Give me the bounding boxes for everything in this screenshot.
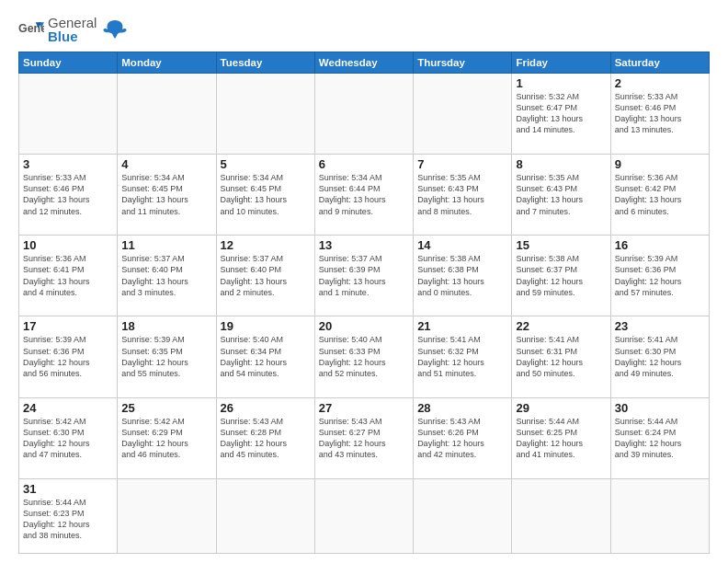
day-info: Sunrise: 5:42 AM Sunset: 6:30 PM Dayligh…: [23, 416, 113, 461]
day-info: Sunrise: 5:37 AM Sunset: 6:40 PM Dayligh…: [121, 253, 211, 298]
day-info: Sunrise: 5:37 AM Sunset: 6:39 PM Dayligh…: [319, 253, 409, 298]
day-info: Sunrise: 5:35 AM Sunset: 6:43 PM Dayligh…: [417, 172, 507, 217]
logo: General General Blue: [18, 15, 130, 44]
calendar-cell: [216, 74, 314, 155]
calendar-week-row: 31Sunrise: 5:44 AM Sunset: 6:23 PM Dayli…: [19, 478, 710, 553]
calendar-cell: 27Sunrise: 5:43 AM Sunset: 6:27 PM Dayli…: [314, 397, 413, 478]
day-number: 26: [221, 401, 311, 415]
day-number: 20: [319, 319, 409, 333]
day-number: 11: [121, 238, 211, 252]
day-info: Sunrise: 5:44 AM Sunset: 6:25 PM Dayligh…: [516, 416, 606, 461]
day-number: 17: [23, 319, 113, 333]
day-number: 27: [319, 401, 409, 415]
calendar-week-row: 1Sunrise: 5:32 AM Sunset: 6:47 PM Daylig…: [19, 74, 710, 155]
day-number: 9: [615, 157, 705, 171]
calendar-cell: 31Sunrise: 5:44 AM Sunset: 6:23 PM Dayli…: [19, 478, 118, 553]
calendar-cell: 28Sunrise: 5:43 AM Sunset: 6:26 PM Dayli…: [414, 397, 512, 478]
day-number: 3: [23, 157, 113, 171]
day-number: 10: [23, 238, 113, 252]
day-info: Sunrise: 5:32 AM Sunset: 6:47 PM Dayligh…: [516, 91, 606, 136]
day-info: Sunrise: 5:33 AM Sunset: 6:46 PM Dayligh…: [615, 91, 705, 136]
calendar-cell: [610, 478, 709, 553]
page-header: General General Blue: [18, 15, 710, 44]
calendar-week-row: 24Sunrise: 5:42 AM Sunset: 6:30 PM Dayli…: [19, 397, 710, 478]
day-info: Sunrise: 5:41 AM Sunset: 6:31 PM Dayligh…: [516, 334, 606, 379]
calendar-cell: 6Sunrise: 5:34 AM Sunset: 6:44 PM Daylig…: [314, 155, 413, 236]
calendar-cell: 21Sunrise: 5:41 AM Sunset: 6:32 PM Dayli…: [414, 316, 512, 397]
weekday-header-saturday: Saturday: [610, 52, 709, 74]
day-number: 8: [516, 157, 606, 171]
day-number: 19: [221, 319, 311, 333]
calendar-cell: [414, 74, 512, 155]
calendar-cell: [512, 478, 610, 553]
calendar-cell: 22Sunrise: 5:41 AM Sunset: 6:31 PM Dayli…: [512, 316, 610, 397]
day-number: 2: [615, 76, 705, 90]
weekday-header-thursday: Thursday: [414, 52, 512, 74]
day-info: Sunrise: 5:43 AM Sunset: 6:28 PM Dayligh…: [221, 416, 311, 461]
weekday-header-tuesday: Tuesday: [216, 52, 314, 74]
day-info: Sunrise: 5:34 AM Sunset: 6:45 PM Dayligh…: [221, 172, 311, 217]
calendar-cell: [19, 74, 118, 155]
calendar-cell: 29Sunrise: 5:44 AM Sunset: 6:25 PM Dayli…: [512, 397, 610, 478]
calendar-cell: 7Sunrise: 5:35 AM Sunset: 6:43 PM Daylig…: [414, 155, 512, 236]
calendar-cell: 13Sunrise: 5:37 AM Sunset: 6:39 PM Dayli…: [314, 236, 413, 316]
calendar-cell: 8Sunrise: 5:35 AM Sunset: 6:43 PM Daylig…: [512, 155, 610, 236]
day-number: 14: [417, 238, 507, 252]
calendar-cell: 24Sunrise: 5:42 AM Sunset: 6:30 PM Dayli…: [19, 397, 118, 478]
day-number: 22: [516, 319, 606, 333]
day-info: Sunrise: 5:38 AM Sunset: 6:37 PM Dayligh…: [516, 253, 606, 298]
calendar-header-row: SundayMondayTuesdayWednesdayThursdayFrid…: [19, 52, 710, 74]
logo-bird-icon: [100, 15, 130, 44]
calendar-cell: 25Sunrise: 5:42 AM Sunset: 6:29 PM Dayli…: [118, 397, 216, 478]
day-info: Sunrise: 5:38 AM Sunset: 6:38 PM Dayligh…: [417, 253, 507, 298]
day-info: Sunrise: 5:40 AM Sunset: 6:33 PM Dayligh…: [319, 334, 409, 379]
calendar-cell: [118, 478, 216, 553]
calendar-cell: 4Sunrise: 5:34 AM Sunset: 6:45 PM Daylig…: [118, 155, 216, 236]
day-info: Sunrise: 5:35 AM Sunset: 6:43 PM Dayligh…: [516, 172, 606, 217]
day-number: 16: [615, 238, 705, 252]
calendar-cell: 17Sunrise: 5:39 AM Sunset: 6:36 PM Dayli…: [19, 316, 118, 397]
calendar-cell: 10Sunrise: 5:36 AM Sunset: 6:41 PM Dayli…: [19, 236, 118, 316]
calendar-cell: 9Sunrise: 5:36 AM Sunset: 6:42 PM Daylig…: [610, 155, 709, 236]
day-number: 12: [221, 238, 311, 252]
calendar-cell: 3Sunrise: 5:33 AM Sunset: 6:46 PM Daylig…: [19, 155, 118, 236]
day-info: Sunrise: 5:41 AM Sunset: 6:32 PM Dayligh…: [417, 334, 507, 379]
day-number: 18: [121, 319, 211, 333]
calendar-cell: 14Sunrise: 5:38 AM Sunset: 6:38 PM Dayli…: [414, 236, 512, 316]
calendar-week-row: 3Sunrise: 5:33 AM Sunset: 6:46 PM Daylig…: [19, 155, 710, 236]
day-info: Sunrise: 5:43 AM Sunset: 6:26 PM Dayligh…: [417, 416, 507, 461]
day-info: Sunrise: 5:41 AM Sunset: 6:30 PM Dayligh…: [615, 334, 705, 379]
calendar-cell: 15Sunrise: 5:38 AM Sunset: 6:37 PM Dayli…: [512, 236, 610, 316]
day-info: Sunrise: 5:34 AM Sunset: 6:44 PM Dayligh…: [319, 172, 409, 217]
day-info: Sunrise: 5:33 AM Sunset: 6:46 PM Dayligh…: [23, 172, 113, 217]
day-info: Sunrise: 5:43 AM Sunset: 6:27 PM Dayligh…: [319, 416, 409, 461]
calendar-cell: 16Sunrise: 5:39 AM Sunset: 6:36 PM Dayli…: [610, 236, 709, 316]
calendar-cell: [314, 478, 413, 553]
weekday-header-friday: Friday: [512, 52, 610, 74]
day-number: 31: [23, 482, 113, 496]
day-info: Sunrise: 5:39 AM Sunset: 6:35 PM Dayligh…: [121, 334, 211, 379]
calendar-cell: 30Sunrise: 5:44 AM Sunset: 6:24 PM Dayli…: [610, 397, 709, 478]
calendar-cell: [216, 478, 314, 553]
day-info: Sunrise: 5:39 AM Sunset: 6:36 PM Dayligh…: [615, 253, 705, 298]
calendar-cell: 12Sunrise: 5:37 AM Sunset: 6:40 PM Dayli…: [216, 236, 314, 316]
calendar-cell: [414, 478, 512, 553]
day-number: 7: [417, 157, 507, 171]
calendar-cell: 5Sunrise: 5:34 AM Sunset: 6:45 PM Daylig…: [216, 155, 314, 236]
weekday-header-monday: Monday: [118, 52, 216, 74]
day-number: 5: [221, 157, 311, 171]
weekday-header-wednesday: Wednesday: [314, 52, 413, 74]
calendar-cell: 2Sunrise: 5:33 AM Sunset: 6:46 PM Daylig…: [610, 74, 709, 155]
calendar-cell: 1Sunrise: 5:32 AM Sunset: 6:47 PM Daylig…: [512, 74, 610, 155]
day-info: Sunrise: 5:44 AM Sunset: 6:23 PM Dayligh…: [23, 497, 113, 542]
day-number: 29: [516, 401, 606, 415]
logo-general: General: [48, 16, 97, 29]
day-info: Sunrise: 5:34 AM Sunset: 6:45 PM Dayligh…: [121, 172, 211, 217]
calendar-cell: 23Sunrise: 5:41 AM Sunset: 6:30 PM Dayli…: [610, 316, 709, 397]
day-number: 24: [23, 401, 113, 415]
day-info: Sunrise: 5:42 AM Sunset: 6:29 PM Dayligh…: [121, 416, 211, 461]
day-info: Sunrise: 5:36 AM Sunset: 6:41 PM Dayligh…: [23, 253, 113, 298]
calendar-week-row: 10Sunrise: 5:36 AM Sunset: 6:41 PM Dayli…: [19, 236, 710, 316]
day-number: 28: [417, 401, 507, 415]
calendar-cell: 11Sunrise: 5:37 AM Sunset: 6:40 PM Dayli…: [118, 236, 216, 316]
